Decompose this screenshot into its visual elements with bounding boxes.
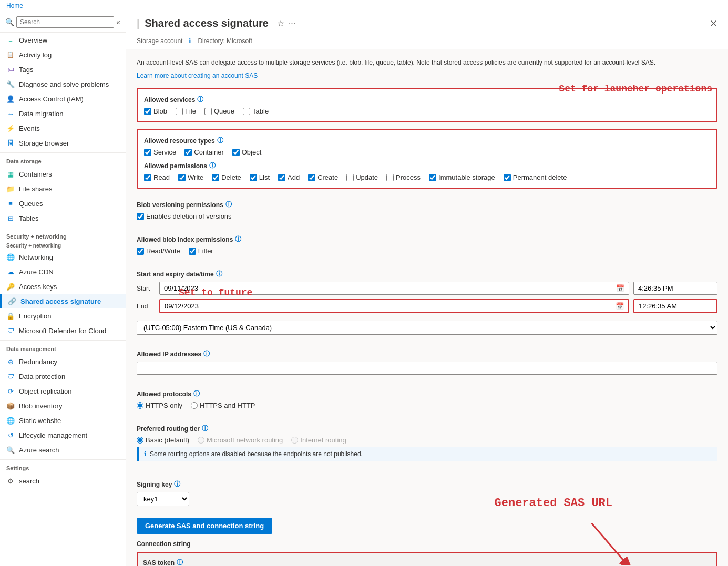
sidebar-item-activity-log[interactable]: 📋 Activity log <box>0 47 126 62</box>
https-http-item[interactable]: HTTPS and HTTP <box>191 402 255 409</box>
blob-checkbox-item[interactable]: Blob <box>144 107 167 115</box>
end-date-input[interactable] <box>160 300 611 312</box>
write-checkbox-item[interactable]: Write <box>178 173 203 181</box>
object-checkbox[interactable] <box>232 149 240 156</box>
filter-checkbox[interactable] <box>189 248 196 255</box>
start-time-input[interactable] <box>633 282 717 295</box>
end-time-input[interactable] <box>633 299 717 313</box>
enables-deletion-checkbox[interactable] <box>137 213 144 220</box>
ip-info-icon[interactable]: ⓘ <box>203 349 210 358</box>
sidebar-item-networking[interactable]: 🌐 Networking <box>0 250 126 264</box>
queue-checkbox[interactable] <box>204 108 212 115</box>
create-checkbox[interactable] <box>308 174 315 181</box>
sidebar-item-access-keys[interactable]: 🔑 Access keys <box>0 279 126 294</box>
process-checkbox-item[interactable]: Process <box>386 173 421 181</box>
list-checkbox-item[interactable]: List <box>250 173 270 181</box>
sidebar-item-object-replication[interactable]: ⟳ Object replication <box>0 384 126 398</box>
service-checkbox-item[interactable]: Service <box>144 148 176 156</box>
delete-checkbox[interactable] <box>212 174 219 181</box>
process-checkbox[interactable] <box>386 174 394 181</box>
sidebar-item-azure-cdn[interactable]: ☁ Azure CDN <box>0 264 126 279</box>
file-checkbox[interactable] <box>176 108 183 115</box>
sidebar-item-lifecycle[interactable]: ↺ Lifecycle management <box>0 428 126 442</box>
basic-routing-radio[interactable] <box>137 437 143 444</box>
sidebar-item-static-website[interactable]: 🌐 Static website <box>0 413 126 428</box>
permanent-delete-checkbox-item[interactable]: Permanent delete <box>504 173 567 181</box>
read-checkbox[interactable] <box>144 174 151 181</box>
sidebar-item-defender[interactable]: 🛡 Microsoft Defender for Cloud <box>0 323 126 338</box>
update-checkbox-item[interactable]: Update <box>346 173 378 181</box>
enables-deletion-item[interactable]: Enables deletion of versions <box>137 212 717 220</box>
sidebar-item-data-migration[interactable]: ↔ Data migration <box>0 106 126 121</box>
basic-routing-item[interactable]: Basic (default) <box>137 436 189 444</box>
more-options-icon[interactable]: ··· <box>289 18 295 28</box>
microsoft-routing-item[interactable]: Microsoft network routing <box>198 436 283 444</box>
immutable-checkbox[interactable] <box>429 174 436 181</box>
table-checkbox-item[interactable]: Table <box>243 107 269 115</box>
routing-info-icon[interactable]: ⓘ <box>202 424 208 433</box>
blob-checkbox[interactable] <box>144 108 151 115</box>
ip-input[interactable] <box>137 362 717 375</box>
internet-routing-radio[interactable] <box>291 437 298 444</box>
signing-key-info-icon[interactable]: ⓘ <box>174 480 180 489</box>
datetime-info-icon[interactable]: ⓘ <box>216 270 222 279</box>
sidebar-item-tags[interactable]: 🏷 Tags <box>0 62 126 77</box>
read-write-checkbox[interactable] <box>137 248 144 255</box>
service-checkbox[interactable] <box>144 149 151 156</box>
sidebar-item-file-shares[interactable]: 📁 File shares <box>0 181 126 196</box>
sas-token-info-icon[interactable]: ⓘ <box>177 558 183 566</box>
sidebar-item-overview[interactable]: ≡ Overview <box>0 33 126 47</box>
sidebar-item-storage-browser[interactable]: 🗄 Storage browser <box>0 136 126 150</box>
start-calendar-icon[interactable]: 📅 <box>612 282 629 294</box>
https-only-radio[interactable] <box>137 402 143 409</box>
https-http-radio[interactable] <box>191 402 198 409</box>
delete-checkbox-item[interactable]: Delete <box>212 173 241 181</box>
permanent-delete-checkbox[interactable] <box>504 174 511 181</box>
read-checkbox-item[interactable]: Read <box>144 173 170 181</box>
sidebar-item-search[interactable]: ⚙ search <box>0 474 126 488</box>
immutable-checkbox-item[interactable]: Immutable storage <box>429 173 495 181</box>
favorite-icon[interactable]: ☆ <box>277 18 284 28</box>
sidebar-item-tables[interactable]: ⊞ Tables <box>0 211 126 225</box>
update-checkbox[interactable] <box>346 174 354 181</box>
blob-versioning-info-icon[interactable]: ⓘ <box>225 200 232 209</box>
home-link[interactable]: Home <box>6 2 23 9</box>
internet-routing-item[interactable]: Internet routing <box>291 436 346 444</box>
end-calendar-icon[interactable]: 📅 <box>611 300 628 312</box>
sidebar-item-queues[interactable]: ≡ Queues <box>0 196 126 211</box>
sidebar-item-data-protection[interactable]: 🛡 Data protection <box>0 369 126 384</box>
sidebar-item-azure-search[interactable]: 🔍 Azure search <box>0 442 126 457</box>
queue-checkbox-item[interactable]: Queue <box>204 107 234 115</box>
table-checkbox[interactable] <box>243 108 250 115</box>
sidebar-item-access-control[interactable]: 👤 Access Control (IAM) <box>0 91 126 106</box>
list-checkbox[interactable] <box>250 174 257 181</box>
permissions-info-icon[interactable]: ⓘ <box>209 161 216 170</box>
microsoft-routing-radio[interactable] <box>198 437 204 444</box>
sidebar-item-redundancy[interactable]: ⊕ Redundancy <box>0 354 126 369</box>
container-checkbox[interactable] <box>184 149 192 156</box>
sidebar-item-diagnose[interactable]: 🔧 Diagnose and solve problems <box>0 77 126 91</box>
write-checkbox[interactable] <box>178 174 186 181</box>
timezone-select[interactable]: (UTC-05:00) Eastern Time (US & Canada) <box>137 321 717 335</box>
close-button[interactable]: ✕ <box>710 18 717 29</box>
filter-checkbox-item[interactable]: Filter <box>189 247 213 255</box>
container-checkbox-item[interactable]: Container <box>184 148 223 156</box>
sidebar-item-containers[interactable]: ▦ Containers <box>0 167 126 181</box>
generate-sas-button[interactable]: Generate SAS and connection string <box>137 518 272 534</box>
file-checkbox-item[interactable]: File <box>176 107 196 115</box>
resource-types-info-icon[interactable]: ⓘ <box>217 136 223 145</box>
sidebar-item-shared-access[interactable]: 🔗 Shared access signature <box>0 294 126 308</box>
sidebar-item-encryption[interactable]: 🔒 Encryption <box>0 308 126 323</box>
signing-key-select[interactable]: key1 key2 <box>137 492 189 506</box>
object-checkbox-item[interactable]: Object <box>232 148 262 156</box>
create-checkbox-item[interactable]: Create <box>308 173 338 181</box>
blob-index-info-icon[interactable]: ⓘ <box>235 235 241 244</box>
sidebar-search-input[interactable] <box>16 16 114 28</box>
sidebar-item-events[interactable]: ⚡ Events <box>0 121 126 136</box>
collapse-icon[interactable]: « <box>116 18 120 26</box>
add-checkbox[interactable] <box>278 174 285 181</box>
https-only-item[interactable]: HTTPS only <box>137 402 182 409</box>
read-write-checkbox-item[interactable]: Read/Write <box>137 247 180 255</box>
learn-more-link[interactable]: Learn more about creating an account SAS <box>137 72 258 79</box>
add-checkbox-item[interactable]: Add <box>278 173 300 181</box>
